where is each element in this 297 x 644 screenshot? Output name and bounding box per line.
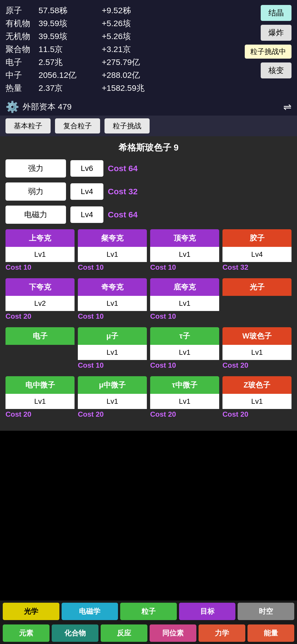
bottom-btn-bottom-row-1-0[interactable]: 光学 bbox=[3, 603, 59, 620]
bottom-btn-bottom-row-1-4[interactable]: 时空 bbox=[238, 603, 294, 620]
particle-cell-particle-grid-3-3: W玻色子Lv1Cost 20 bbox=[222, 327, 292, 371]
particle-name-btn-1[interactable]: 奇夸克 bbox=[78, 278, 147, 296]
particle-lv-btn-1[interactable]: Lv1 bbox=[78, 296, 147, 311]
polymer-delta: +3.21京 bbox=[102, 44, 245, 55]
heat-value: 2.37京 bbox=[38, 83, 102, 94]
particle-lv-btn-2[interactable]: Lv1 bbox=[150, 345, 219, 360]
bottom-btn-bottom-row-2-1[interactable]: 化合物 bbox=[52, 624, 98, 642]
particle-name-btn-1[interactable]: μ中微子 bbox=[78, 376, 147, 394]
inorganic-value: 39.59垓 bbox=[38, 31, 102, 42]
particle-cost-1: Cost 10 bbox=[78, 360, 104, 371]
upgrade-btn-2[interactable]: 电磁力 bbox=[6, 206, 66, 224]
particle-name-btn-0[interactable]: 电子 bbox=[6, 327, 75, 345]
particle-cost-1: Cost 20 bbox=[78, 409, 104, 420]
particle-lv-btn-1[interactable]: Lv1 bbox=[78, 247, 147, 262]
particle-name-btn-3[interactable]: W玻色子 bbox=[222, 327, 292, 345]
particle-cost-0: Cost 10 bbox=[6, 262, 31, 273]
particle-lv-btn-3[interactable]: Lv1 bbox=[222, 345, 292, 360]
particle-cost-2: Cost 10 bbox=[150, 311, 176, 322]
crystal-button[interactable]: 结晶 bbox=[261, 5, 292, 21]
particle-lv-btn-0[interactable]: Lv2 bbox=[6, 296, 75, 311]
bottom-btn-bottom-row-1-3[interactable]: 目标 bbox=[179, 603, 236, 620]
tab-basic-particle[interactable]: 基本粒子 bbox=[6, 118, 51, 133]
bottom-btn-bottom-row-2-5[interactable]: 能量 bbox=[248, 624, 294, 642]
particle-lv-btn-3[interactable]: Lv1 bbox=[222, 394, 292, 409]
polymer-value: 11.5京 bbox=[38, 44, 102, 55]
inorganic-delta: +5.26垓 bbox=[102, 31, 245, 42]
organic-value: 39.59垓 bbox=[38, 18, 102, 29]
particle-cost-3: Cost 32 bbox=[222, 262, 248, 273]
electron-delta: +275.79亿 bbox=[102, 57, 245, 68]
tab-composite-particle[interactable]: 复合粒子 bbox=[55, 118, 100, 133]
particle-name-btn-0[interactable]: 上夸克 bbox=[6, 229, 75, 247]
particle-lv-btn-3[interactable]: Lv4 bbox=[222, 247, 292, 262]
particle-cell-particle-grid-2-2: 底夸克Lv1Cost 10 bbox=[150, 278, 219, 322]
particle-cell-particle-grid-2-0: 下夸克Lv2Cost 20 bbox=[6, 278, 75, 322]
particle-name-btn-0[interactable]: 电中微子 bbox=[6, 376, 75, 394]
particle-cell-particle-grid-2-1: 奇夸克Lv1Cost 10 bbox=[78, 278, 147, 322]
particle-challenge-button[interactable]: 粒子挑战中 bbox=[245, 45, 292, 59]
gear-icon: ⚙️ bbox=[6, 100, 19, 113]
particle-cell-particle-grid-3-2: τ子Lv1Cost 10 bbox=[150, 327, 219, 371]
electron-value: 2.57兆 bbox=[38, 57, 102, 68]
particle-name-btn-1[interactable]: μ子 bbox=[78, 327, 147, 345]
neutron-label: 中子 bbox=[6, 70, 38, 81]
particle-cost-0: Cost 20 bbox=[6, 409, 31, 420]
upgrade-lv-0[interactable]: Lv6 bbox=[70, 160, 103, 177]
particle-name-btn-2[interactable]: τ中微子 bbox=[150, 376, 219, 394]
organic-delta: +5.26垓 bbox=[102, 18, 245, 29]
particle-lv-btn-1[interactable]: Lv1 bbox=[78, 345, 147, 360]
bottom-btn-bottom-row-1-2[interactable]: 粒子 bbox=[120, 603, 177, 620]
particle-name-btn-0[interactable]: 下夸克 bbox=[6, 278, 75, 296]
tab-particle-challenge[interactable]: 粒子挑战 bbox=[105, 118, 150, 133]
external-capital-row: ⚙️ 外部资本 479 ⇌ bbox=[0, 98, 297, 116]
particle-lv-btn-1[interactable]: Lv1 bbox=[78, 394, 147, 409]
bottom-btn-bottom-row-1-1[interactable]: 电磁学 bbox=[62, 603, 118, 620]
particle-name-btn-3[interactable]: Z玻色子 bbox=[222, 376, 292, 394]
electron-label: 电子 bbox=[6, 57, 38, 68]
atom-value: 57.58秭 bbox=[38, 5, 102, 16]
shuffle-icon[interactable]: ⇌ bbox=[283, 101, 292, 113]
particle-cell-particle-grid-3-1: μ子Lv1Cost 10 bbox=[78, 327, 147, 371]
particle-cost-2: Cost 20 bbox=[150, 409, 176, 420]
explode-button[interactable]: 爆炸 bbox=[261, 25, 292, 41]
upgrade-cost-2: Cost 64 bbox=[108, 210, 138, 219]
bottom-btn-bottom-row-2-4[interactable]: 力学 bbox=[199, 624, 245, 642]
upgrade-lv-1[interactable]: Lv4 bbox=[70, 183, 103, 200]
heat-label: 热量 bbox=[6, 83, 38, 94]
polymer-label: 聚合物 bbox=[6, 44, 38, 55]
particle-cost-3: Cost 20 bbox=[222, 409, 248, 420]
bottom-btn-bottom-row-2-2[interactable]: 反应 bbox=[101, 624, 147, 642]
inorganic-label: 无机物 bbox=[6, 31, 38, 42]
upgrade-btn-0[interactable]: 强力 bbox=[6, 159, 66, 178]
section-title: 希格斯玻色子 9 bbox=[6, 142, 292, 154]
particle-name-btn-3[interactable]: 胶子 bbox=[222, 229, 292, 247]
particle-name-btn-3[interactable]: 光子 bbox=[222, 278, 292, 296]
particle-cost-2: Cost 10 bbox=[150, 262, 176, 273]
particle-cell-particle-grid-1-3: 胶子Lv4Cost 32 bbox=[222, 229, 292, 273]
particle-lv-btn-0[interactable]: Lv1 bbox=[6, 394, 75, 409]
particle-cost-0: Cost 20 bbox=[6, 311, 31, 322]
particle-name-btn-2[interactable]: 顶夸克 bbox=[150, 229, 219, 247]
particle-cell-particle-grid-4-0: 电中微子Lv1Cost 20 bbox=[6, 376, 75, 420]
particle-cell-particle-grid-4-3: Z玻色子Lv1Cost 20 bbox=[222, 376, 292, 420]
particle-cell-particle-grid-1-1: 粲夸克Lv1Cost 10 bbox=[78, 229, 147, 273]
particle-name-btn-2[interactable]: τ子 bbox=[150, 327, 219, 345]
bottom-btn-bottom-row-2-0[interactable]: 元素 bbox=[3, 624, 50, 642]
upgrade-lv-2[interactable]: Lv4 bbox=[70, 206, 103, 223]
particle-cell-particle-grid-4-1: μ中微子Lv1Cost 20 bbox=[78, 376, 147, 420]
particle-cell-particle-grid-2-3: 光子 bbox=[222, 278, 292, 322]
nuclear-button[interactable]: 核变 bbox=[261, 62, 292, 78]
particle-cost-1: Cost 10 bbox=[78, 262, 104, 273]
particle-lv-btn-2[interactable]: Lv1 bbox=[150, 296, 219, 311]
particle-lv-btn-2[interactable]: Lv1 bbox=[150, 247, 219, 262]
particle-name-btn-2[interactable]: 底夸克 bbox=[150, 278, 219, 296]
particle-lv-btn-2[interactable]: Lv1 bbox=[150, 394, 219, 409]
tab-bar: 基本粒子 复合粒子 粒子挑战 bbox=[0, 116, 297, 136]
upgrade-row-1: 弱力 Lv4 Cost 32 bbox=[6, 182, 292, 201]
bottom-btn-bottom-row-2-3[interactable]: 同位素 bbox=[150, 624, 196, 642]
particle-cell-particle-grid-3-0: 电子 bbox=[6, 327, 75, 371]
particle-lv-btn-0[interactable]: Lv1 bbox=[6, 247, 75, 262]
particle-name-btn-1[interactable]: 粲夸克 bbox=[78, 229, 147, 247]
upgrade-btn-1[interactable]: 弱力 bbox=[6, 182, 66, 201]
